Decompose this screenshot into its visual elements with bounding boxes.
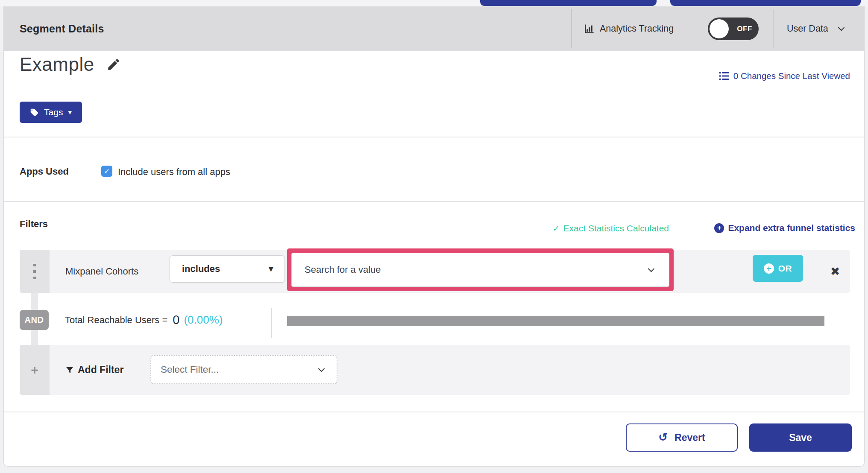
reachable-label: Total Reachable Users = xyxy=(65,315,167,326)
footer-divider xyxy=(4,412,864,412)
changes-link-label: 0 Changes Since Last Viewed xyxy=(733,71,850,81)
save-button[interactable]: Save xyxy=(749,423,852,452)
analytics-tracking-group: Analytics Tracking xyxy=(584,6,674,51)
reachable-users-progress-bar xyxy=(287,316,824,326)
select-filter-dropdown[interactable]: Select Filter... xyxy=(150,355,337,384)
check-icon: ✓ xyxy=(553,224,560,233)
analytics-toggle[interactable]: OFF xyxy=(708,18,759,40)
caret-down-icon: ▼ xyxy=(68,110,71,115)
header-divider xyxy=(571,9,572,48)
changelog-list-icon xyxy=(719,71,729,81)
expand-link-label: Expand extra funnel statistics xyxy=(728,223,855,233)
add-filter-handle[interactable]: + xyxy=(20,345,50,395)
segment-details-page: Segment Details Analytics Tracking OFF U… xyxy=(0,0,868,473)
drag-dot xyxy=(33,277,36,279)
select-filter-placeholder: Select Filter... xyxy=(161,364,219,375)
chevron-down-icon xyxy=(838,24,845,31)
user-data-label: User Data xyxy=(787,23,828,34)
toggle-state-label: OFF xyxy=(737,18,752,40)
top-strip xyxy=(0,0,868,6)
operator-dropdown[interactable]: includes ▼ xyxy=(170,255,285,283)
save-button-label: Save xyxy=(789,432,812,444)
reachable-value: 0 xyxy=(173,313,179,327)
filter-field-label: Mixpanel Cohorts xyxy=(65,250,138,293)
include-all-apps-label: Include users from all apps xyxy=(118,166,230,178)
filters-heading: Filters xyxy=(20,219,48,230)
cut-off-button-right[interactable] xyxy=(670,0,861,6)
toggle-knob xyxy=(710,19,729,38)
vertical-divider xyxy=(271,308,272,338)
value-search-dropdown[interactable]: Search for a value xyxy=(291,253,669,287)
tag-icon xyxy=(30,108,39,117)
caret-down-icon: ▼ xyxy=(268,265,273,273)
expand-funnel-statistics-link[interactable]: + Expand extra funnel statistics xyxy=(714,221,855,235)
revert-button[interactable]: ↺ Revert xyxy=(626,423,738,452)
segment-title-row: Example xyxy=(20,50,121,79)
chevron-down-icon xyxy=(318,365,325,372)
changes-since-last-viewed-link[interactable]: 0 Changes Since Last Viewed xyxy=(719,68,850,84)
and-badge: AND xyxy=(20,310,49,330)
exact-statistics-label: Exact Statistics Calculated xyxy=(563,223,669,234)
close-icon: ✖ xyxy=(830,265,840,278)
or-button-label: OR xyxy=(778,263,792,274)
analytics-tracking-label: Analytics Tracking xyxy=(600,23,674,34)
cut-off-button-left[interactable] xyxy=(480,0,657,6)
total-reachable-users: Total Reachable Users = 0 (0.00%) xyxy=(65,310,223,330)
drag-dot xyxy=(33,270,36,273)
checkmark-icon: ✓ xyxy=(104,167,110,175)
undo-icon: ↺ xyxy=(658,431,668,444)
exact-statistics-status: ✓ Exact Statistics Calculated xyxy=(553,222,669,235)
apps-used-label: Apps Used xyxy=(20,166,69,177)
plus-icon: + xyxy=(31,366,38,374)
revert-button-label: Revert xyxy=(674,432,705,444)
header-divider xyxy=(773,9,774,48)
add-filter-label: Add Filter xyxy=(78,364,123,376)
value-placeholder: Search for a value xyxy=(305,264,381,275)
drag-dot xyxy=(33,264,36,266)
user-data-dropdown[interactable]: User Data xyxy=(787,6,844,51)
funnel-filter-icon xyxy=(65,366,74,374)
pencil-icon xyxy=(106,57,121,72)
include-all-apps-checkbox[interactable]: ✓ xyxy=(101,166,112,177)
reachable-percent: (0.00%) xyxy=(184,313,223,327)
tags-button-label: Tags xyxy=(44,107,63,117)
add-filter-row: + Add Filter Select Filter... xyxy=(20,345,850,395)
edit-name-button[interactable] xyxy=(106,57,121,72)
segment-name: Example xyxy=(20,54,94,75)
plus-circle-icon: + xyxy=(764,263,774,274)
add-or-condition-button[interactable]: + OR xyxy=(753,255,803,282)
section-divider xyxy=(4,201,864,202)
operator-value: includes xyxy=(182,263,220,274)
plus-circle-icon: + xyxy=(714,223,724,233)
remove-filter-button[interactable]: ✖ xyxy=(820,250,850,293)
tags-button[interactable]: Tags ▼ xyxy=(20,102,82,123)
value-select-highlight: Search for a value xyxy=(287,248,674,291)
bar-chart-icon xyxy=(584,23,595,35)
page-title: Segment Details xyxy=(20,6,104,51)
chevron-down-icon xyxy=(648,265,655,272)
filter-row: Mixpanel Cohorts includes ▼ Search for a… xyxy=(20,250,850,293)
section-divider xyxy=(4,137,864,137)
add-filter-group: Add Filter xyxy=(65,345,123,395)
filter-drag-handle[interactable] xyxy=(20,250,50,293)
